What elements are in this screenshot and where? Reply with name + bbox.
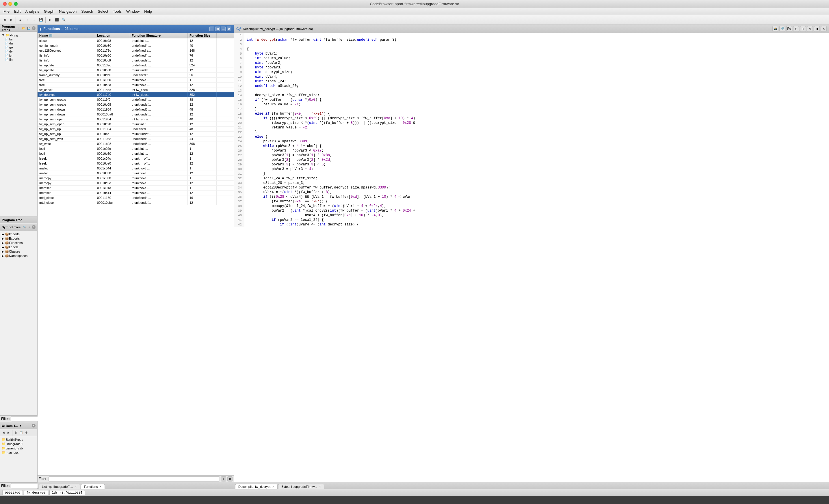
code-line[interactable]: 11 uint *local_24; — [234, 79, 829, 84]
rtab-decompilef[interactable]: Decompile: fw_decrypt✕ — [235, 484, 278, 489]
code-line[interactable]: 12 undefined4 uStack_20; — [234, 84, 829, 88]
code-line[interactable]: 1 — [234, 33, 829, 38]
func-row[interactable]: config_length00010e30undefined4 ...40 — [38, 43, 234, 48]
func-row[interactable]: fis_update000113ecundefined8 ...324 — [38, 63, 234, 68]
code-line[interactable]: 26 *pbVar3 = *pbVar3 ^ 0xa7; — [234, 148, 829, 153]
menu-search[interactable]: Search — [79, 9, 95, 14]
func-ctrl-list[interactable]: ☰ — [221, 27, 226, 31]
code-line[interactable]: 17 } — [234, 107, 829, 111]
code-line[interactable]: 41 if (puVar2 == local_24) { — [234, 218, 829, 222]
dt-prev[interactable]: ◀ — [1, 430, 6, 435]
symbol-labels[interactable]: ▶ 📦 Labels — [1, 245, 36, 249]
func-row[interactable]: memset00010c14thunk void ...12 — [38, 191, 234, 195]
tree-root[interactable]: ▼ 📁 libupg... — [1, 33, 36, 37]
func-row[interactable]: free00010c2cthunk void ...12 — [38, 83, 234, 87]
code-line[interactable]: 42 if ((int)uVar4 <= (int)decrypt_size) … — [234, 222, 829, 227]
tree-item-bs[interactable]: 📄 .bs — [1, 37, 36, 41]
func-row[interactable]: fw_up_sem_up00011994undefined8 ...48 — [38, 127, 234, 131]
tab-close-icon[interactable]: ✕ — [99, 485, 102, 488]
code-line[interactable]: 38 memcpy(&local_24,fw_buffer + (uint)bV… — [234, 204, 829, 208]
toolbar-run[interactable]: ▶ — [47, 17, 53, 23]
program-tree-section[interactable]: Program Tree — [0, 217, 37, 224]
func-ctrl-close[interactable]: ✕ — [227, 27, 231, 31]
toolbar-back[interactable]: ◀ — [1, 17, 7, 23]
func-row[interactable]: fw_up_sem_down000010ba8thunk undef...12 — [38, 112, 234, 117]
symbol-tree-btn1[interactable]: 🔍 — [23, 225, 27, 229]
code-line[interactable]: 23 else { — [234, 134, 829, 139]
decompile-btn-close[interactable]: ✕ — [821, 26, 827, 32]
toolbar-forward[interactable]: ▶ — [8, 17, 14, 23]
func-row[interactable]: malloc0001c044thunk void ...1 — [38, 166, 234, 171]
code-line[interactable]: 13 — [234, 88, 829, 93]
program-trees-open[interactable]: 📂 — [22, 26, 26, 30]
menu-analysis[interactable]: Analysis — [23, 9, 41, 14]
code-line[interactable]: 33 uStack_20 = param_3; — [234, 181, 829, 185]
rtab-close-icon[interactable]: ✕ — [272, 485, 275, 488]
func-filter-btn1[interactable]: ≡ — [221, 476, 226, 481]
func-row[interactable]: fw_up_sem_create00010c08thunk undef...12 — [38, 102, 234, 107]
code-line[interactable]: 15 if (fw_buffer == (uchar *)0x0) { — [234, 98, 829, 102]
menu-file[interactable]: File — [1, 9, 12, 14]
func-filter-btn2[interactable]: ⚙ — [227, 476, 232, 481]
code-line[interactable]: 5 byte bVar1; — [234, 51, 829, 56]
col-signature[interactable]: Function Signature — [130, 33, 188, 38]
menu-graph[interactable]: Graph — [42, 9, 57, 14]
decompile-btn-prev[interactable]: ◀ — [814, 26, 820, 32]
toolbar-stop[interactable]: ⬛ — [54, 17, 60, 23]
code-line[interactable]: 9 uint decrypt_size; — [234, 70, 829, 75]
code-line[interactable]: 18 else if (fw_buffer[0xe] == '\x01') { — [234, 111, 829, 116]
code-line[interactable]: 14 decrypt_size = *fw_buffer_size; — [234, 93, 829, 98]
tree-item-go[interactable]: 📄 .go — [1, 45, 36, 49]
decompile-btn-ro[interactable]: Ro — [786, 26, 792, 32]
dt-libupgrade[interactable]: 📁 libupgradeFi — [1, 442, 36, 446]
decompile-btn-print[interactable]: 🖨 — [807, 26, 813, 32]
tree-item-da[interactable]: 📄 .da — [1, 41, 36, 45]
rtab-byteslibup[interactable]: Bytes: libupgradeFirmw...✕ — [278, 484, 324, 489]
code-line[interactable]: 32 local_24 = fw_buffer_size; — [234, 176, 829, 181]
dt-generic[interactable]: 📁 generic_clib — [1, 446, 36, 450]
func-filter-input[interactable] — [48, 476, 220, 481]
func-row[interactable]: ioctl0001c02cthunk int i...1 — [38, 146, 234, 151]
symbol-classes[interactable]: ▶ 📦 Classes — [1, 249, 36, 254]
code-line[interactable]: 40 uVar4 + (fw_buffer[0xd] + 10) * -4,0)… — [234, 213, 829, 218]
decompile-btn-export[interactable]: ⬆ — [800, 26, 806, 32]
decompile-btn-1[interactable]: 📸 — [772, 26, 778, 32]
toolbar-search[interactable]: 🔍 — [61, 17, 67, 23]
func-ctrl-minus[interactable]: – — [209, 27, 214, 31]
func-row[interactable]: fw_up_sem_wait00011938undefined8 ...44 — [38, 137, 234, 142]
dt-next[interactable]: ▶ — [6, 430, 11, 435]
col-size[interactable]: Function Size — [188, 33, 217, 38]
func-row[interactable]: frame_dummy00010da0undefined f...56 — [38, 73, 234, 78]
code-line[interactable]: 39 puVar2 = (uint *)cal_crc32((int)(fw_b… — [234, 208, 829, 213]
symbol-functions[interactable]: ▶ 📦 Functions — [1, 241, 36, 245]
menu-tools[interactable]: Tools — [111, 9, 124, 14]
code-line[interactable]: 27 pbVar3[1] = pbVar3[1] ^ 0x8b; — [234, 153, 829, 158]
code-line[interactable]: 25 while (pbVar3 + 4 != ubuf) { — [234, 144, 829, 148]
func-row[interactable]: fw_up_sem_open000119c4int fw_up_s...40 — [38, 117, 234, 122]
symbol-tree-close[interactable]: ✕ — [32, 225, 36, 229]
code-line[interactable]: 20 (decrypt_size < *(uint *)(fw_buffer +… — [234, 121, 829, 125]
code-line[interactable]: 28 pbVar3[2] = pbVar3[2] ^ 0x2d; — [234, 158, 829, 162]
maximize-button[interactable] — [14, 2, 17, 6]
menu-navigation[interactable]: Navigation — [57, 9, 79, 14]
tab-functions[interactable]: Functions✕ — [81, 484, 105, 489]
tree-item-fin[interactable]: 📄 .fin — [1, 57, 36, 62]
func-row[interactable]: fis_update00010c68thunk undef...12 — [38, 68, 234, 73]
program-trees-save[interactable]: 💾 — [27, 26, 31, 30]
code-line[interactable]: 19 if ((((decrypt_size < 0x29) || (decry… — [234, 116, 829, 121]
code-line[interactable]: 10 uint uVar4; — [234, 75, 829, 79]
code-line[interactable]: 22 } — [234, 130, 829, 134]
func-row[interactable]: close00010c98thunk int c...12 — [38, 38, 234, 43]
func-row[interactable]: fw_up_sem_up00010bf0thunk undef...12 — [38, 131, 234, 137]
code-line[interactable]: 24 pbVar3 = &passwd.3309; — [234, 139, 829, 144]
func-row[interactable]: free0001c020thunk void ...1 — [38, 78, 234, 83]
symbol-namespaces[interactable]: ▶ 📦 Namespaces — [1, 254, 36, 258]
func-row[interactable]: memset0001c01cthunk void ...1 — [38, 186, 234, 191]
dt-macosx[interactable]: 📁 mac_osx — [1, 450, 36, 455]
window-controls[interactable] — [3, 2, 17, 6]
decompile-btn-copy[interactable]: ⎘ — [793, 26, 799, 32]
code-line[interactable]: 36 if (((0x28 < uVar4) && (bVar1 = fw_bu… — [234, 195, 829, 199]
code-line[interactable]: 6 int return_value; — [234, 56, 829, 61]
func-row[interactable]: fw_up_sem_down00011964undefined8 ...48 — [38, 107, 234, 112]
col-location[interactable]: Location — [95, 33, 130, 38]
